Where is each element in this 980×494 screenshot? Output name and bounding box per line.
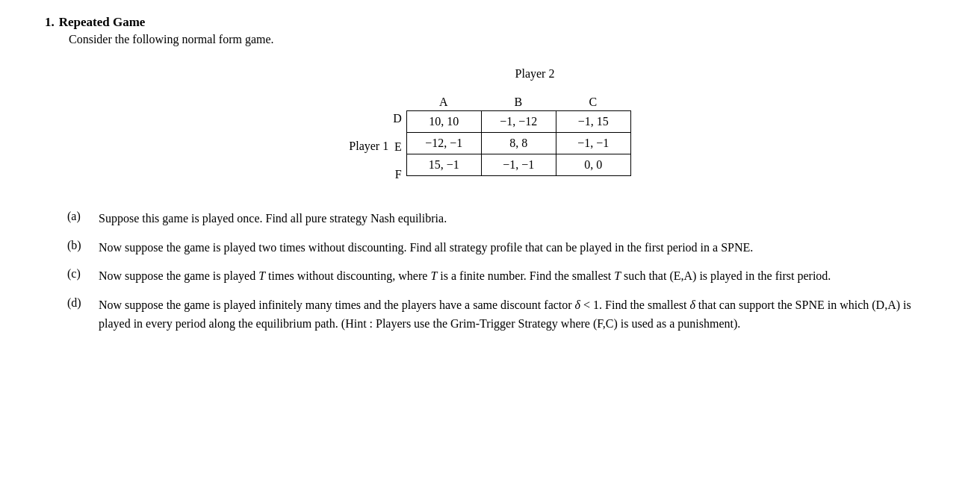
problem-header: 1. Repeated Game — [45, 15, 935, 30]
cell-dc: −1, 15 — [556, 111, 630, 133]
col-and-table: A B C 10, 10 −1, −12 −1, 15 −12, −1 — [406, 96, 631, 176]
part-a-text: Suppose this game is played once. Find a… — [99, 210, 447, 228]
cell-ec: −1, −1 — [556, 133, 630, 154]
part-b-label: (b) — [67, 239, 99, 252]
part-c: (c) Now suppose the game is played T tim… — [67, 267, 935, 286]
cell-fb: −1, −1 — [481, 154, 556, 176]
row-label-d: D — [393, 104, 402, 133]
part-b: (b) Now suppose the game is played two t… — [67, 239, 935, 257]
cell-ea: −12, −1 — [406, 133, 481, 154]
row-label-e: E — [393, 133, 402, 161]
col-header-c: C — [556, 96, 630, 109]
part-c-text: Now suppose the game is played T times w… — [99, 267, 831, 286]
part-d-label: (d) — [67, 296, 99, 310]
player2-label: Player 2 — [515, 67, 555, 81]
part-d-text: Now suppose the game is played infinitel… — [99, 296, 935, 334]
col-header-a: A — [406, 96, 481, 109]
part-c-label: (c) — [67, 267, 99, 281]
col-headers-row: A B C — [406, 96, 631, 109]
intro-text: Consider the following normal form game. — [69, 33, 935, 46]
cell-fa: 15, −1 — [406, 154, 481, 176]
row-label-f: F — [393, 160, 402, 189]
part-a: (a) Suppose this game is played once. Fi… — [67, 210, 935, 228]
row-labels: D E F — [393, 104, 402, 189]
matrix-outer: Player 1 D E F A B C — [349, 84, 630, 189]
player1-label: Player 1 — [349, 134, 388, 158]
table-row: 15, −1 −1, −1 0, 0 — [406, 154, 630, 176]
table-row: 10, 10 −1, −12 −1, 15 — [406, 111, 630, 133]
col-header-b: B — [481, 96, 556, 109]
cell-eb: 8, 8 — [481, 133, 556, 154]
problem-number: 1. — [45, 15, 55, 30]
player1-label-wrapper: Player 1 D E F — [349, 104, 401, 189]
cell-fc: 0, 0 — [556, 154, 630, 176]
problem-title: Repeated Game — [59, 15, 146, 30]
game-matrix-container: Player 2 Player 1 D E F — [45, 67, 935, 189]
part-d: (d) Now suppose the game is played infin… — [67, 296, 935, 334]
part-b-text: Now suppose the game is played two times… — [99, 239, 753, 257]
table-row: −12, −1 8, 8 −1, −1 — [406, 133, 630, 154]
cell-da: 10, 10 — [406, 111, 481, 133]
part-a-label: (a) — [67, 210, 99, 223]
player1-side: Player 1 D E F — [349, 84, 401, 189]
parts-container: (a) Suppose this game is played once. Fi… — [67, 210, 935, 334]
problem-container: 1. Repeated Game Consider the following … — [45, 15, 935, 334]
payoff-table: 10, 10 −1, −12 −1, 15 −12, −1 8, 8 −1, −… — [406, 110, 631, 176]
cell-db: −1, −12 — [481, 111, 556, 133]
